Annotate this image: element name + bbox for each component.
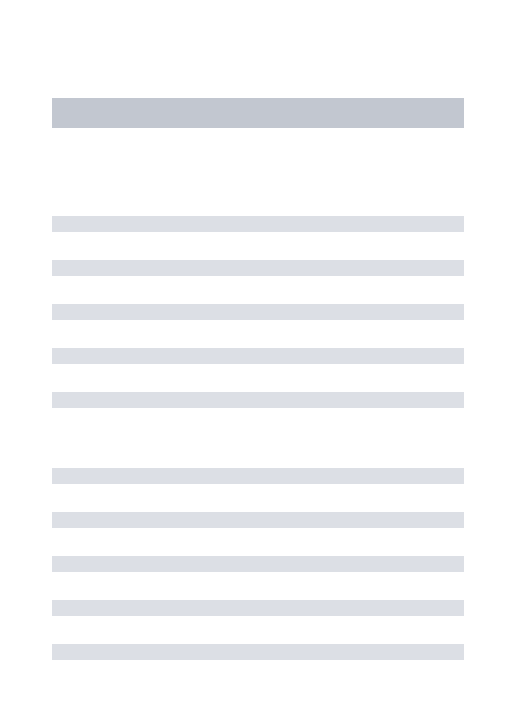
skeleton-line [52,644,464,660]
skeleton-line [52,600,464,616]
skeleton-gap [52,436,464,468]
skeleton-line [52,468,464,484]
skeleton-placeholder [0,0,516,660]
skeleton-line [52,512,464,528]
skeleton-line [52,260,464,276]
skeleton-line [52,216,464,232]
skeleton-line [52,304,464,320]
skeleton-line [52,392,464,408]
skeleton-line [52,348,464,364]
skeleton-line [52,556,464,572]
skeleton-header-bar [52,98,464,128]
